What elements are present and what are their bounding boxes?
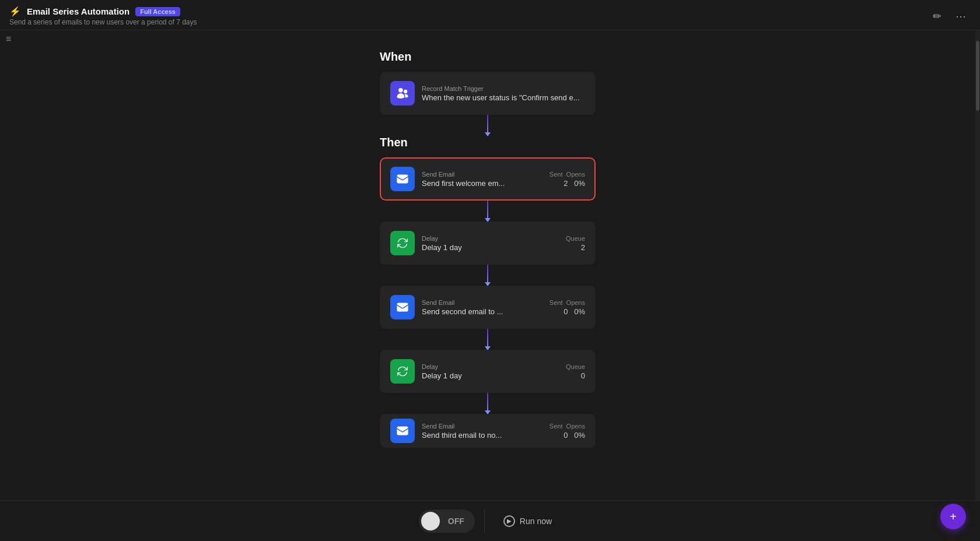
step4-name: Delay 1 day [422,371,531,380]
email-icon-1 [390,167,415,191]
connector-trigger-then [487,115,488,136]
toggle-knob[interactable] [421,512,440,531]
connector-3-4 [487,329,488,350]
step5-stats: Sent Opens 0 0% [538,423,585,440]
email-icon-2 [390,295,415,319]
step1-type: Send Email [422,171,531,178]
more-button[interactable]: ⋯ [953,8,968,25]
delay-icon-1 [390,231,415,255]
step3-stat-label-row: Sent Opens [550,299,585,306]
topbar-left: ⚡ Email Series Automation Full Access Se… [9,6,197,26]
page-title: Email Series Automation [27,6,130,16]
step1-stats: Sent Opens 2 0% [538,171,585,188]
step5-type: Send Email [422,423,531,430]
step2-content: Delay Delay 1 day [422,235,531,252]
scrollbar-thumb[interactable] [976,41,979,111]
step1-content: Send Email Send first welcome em... [422,171,531,188]
topbar-title-row: ⚡ Email Series Automation Full Access [9,6,197,17]
toggle-label: OFF [440,517,473,526]
step4-type: Delay [422,363,531,370]
step-card-4[interactable]: Delay Delay 1 day Queue 0 [380,350,596,393]
step5-stat-label-row: Sent Opens [550,423,585,430]
step2-stat-label: Queue [566,235,585,242]
trigger-content: Record Match Trigger When the new user s… [422,85,585,102]
step3-stat-value-row: 0 0% [564,307,585,316]
bottom-bar: OFF ▶ Run now [0,500,980,541]
step2-name: Delay 1 day [422,243,531,252]
run-now-label: Run now [520,517,552,526]
trigger-card[interactable]: Record Match Trigger When the new user s… [380,72,596,115]
step1-stat-value-row: 2 0% [564,179,585,188]
step1-name: Send first welcome em... [422,179,531,188]
trigger-name: When the new user status is "Confirm sen… [422,93,585,102]
step-card-5[interactable]: Send Email Send third email to no... Sen… [380,414,596,448]
step1-stat-label-row: Sent Opens [550,171,585,178]
step3-stats: Sent Opens 0 0% [538,299,585,316]
topbar-right: ✏ ⋯ [930,8,968,25]
edit-button[interactable]: ✏ [930,8,944,25]
then-label: Then [380,136,408,149]
page-subtitle: Send a series of emails to new users ove… [9,18,197,26]
step3-type: Send Email [422,299,531,306]
flow-container: When Record Match Trigger When the new u… [0,29,975,448]
step-card-3[interactable]: Send Email Send second email to ... Sent… [380,286,596,329]
scrollbar[interactable] [975,29,980,541]
delay-icon-2 [390,359,415,384]
email-icon-3 [390,419,415,443]
step3-content: Send Email Send second email to ... [422,299,531,316]
canvas: When Record Match Trigger When the new u… [0,29,975,541]
step-card-2[interactable]: Delay Delay 1 day Queue 2 [380,222,596,265]
run-now-button[interactable]: ▶ Run now [494,511,561,532]
step4-stats: Queue 0 [538,363,585,380]
step2-type: Delay [422,235,531,242]
fab-button[interactable]: + [940,504,966,529]
toggle-container[interactable]: OFF [419,510,475,533]
divider [484,510,485,533]
topbar: ⚡ Email Series Automation Full Access Se… [0,0,980,30]
step-card-1[interactable]: Send Email Send first welcome em... Sent… [380,157,596,201]
trigger-type: Record Match Trigger [422,85,585,92]
when-label: When [380,50,411,64]
step3-name: Send second email to ... [422,307,531,316]
access-badge: Full Access [135,7,180,16]
trigger-icon [390,81,415,106]
step4-stat-label: Queue [566,363,585,370]
step5-content: Send Email Send third email to no... [422,423,531,440]
connector-2-3 [487,265,488,286]
connector-1-2 [487,201,488,222]
step2-stats: Queue 2 [538,235,585,252]
step4-content: Delay Delay 1 day [422,363,531,380]
step5-name: Send third email to no... [422,431,531,440]
bolt-icon: ⚡ [9,6,21,17]
run-now-icon: ▶ [503,515,515,527]
step5-stat-value-row: 0 0% [564,431,585,440]
step4-stat-value: 0 [581,371,585,380]
sidebar-toggle-button[interactable]: ≡ [6,34,11,44]
step2-stat-value: 2 [581,243,585,252]
connector-4-5 [487,393,488,414]
